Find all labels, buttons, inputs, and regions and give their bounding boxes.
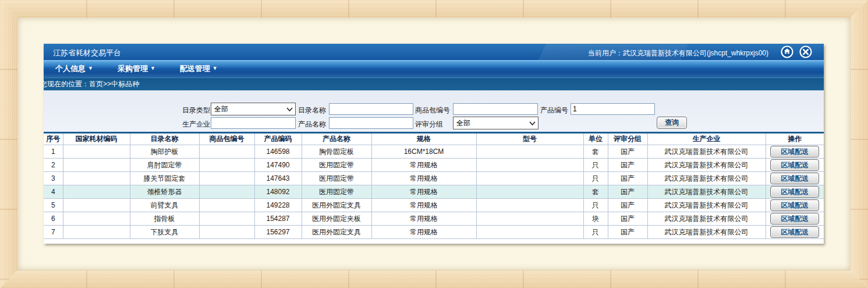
table-cell: 148092	[254, 185, 302, 199]
table-cell: 套	[583, 145, 608, 159]
table-cell: 5	[44, 199, 63, 212]
table-cell: 颈椎矫形器	[130, 185, 199, 199]
region-delivery-button[interactable]: 区域配送	[770, 146, 819, 157]
table-cell: 6	[44, 212, 63, 226]
table-cell: 只	[583, 199, 608, 212]
table-cell	[63, 172, 130, 185]
wood-frame-top	[0, 0, 868, 17]
column-header: 型号	[476, 133, 583, 145]
column-header: 产品编码	[254, 133, 302, 145]
table-cell: 4	[44, 185, 63, 199]
chevron-down-icon	[529, 120, 536, 127]
table-row[interactable]: 6指骨板154287医用外固定夹板常用规格块国产武汉克瑞普新技术有限公司区域配送	[44, 212, 824, 226]
table-cell: 156297	[254, 226, 302, 239]
package-no-input[interactable]	[453, 103, 538, 115]
table-cell	[199, 159, 254, 172]
chevron-down-icon	[286, 106, 293, 113]
table-row[interactable]: 2肩肘固定带147490医用固定带常用规格只国产武汉克瑞普新技术有限公司区域配送	[44, 159, 824, 172]
table-cell: 套	[583, 185, 608, 199]
table-cell: 7	[44, 226, 63, 239]
table-cell: 常用规格	[371, 199, 476, 212]
table-cell: 医用外固定支具	[302, 226, 371, 239]
product-name-input[interactable]	[329, 117, 413, 129]
manufacturer-label: 生产企业	[182, 120, 210, 129]
action-cell: 区域配送	[766, 199, 824, 212]
table-cell: 肩肘固定带	[130, 159, 199, 172]
catalog-name-input[interactable]	[329, 103, 413, 115]
column-header: 操作	[766, 133, 824, 145]
close-icon[interactable]	[799, 45, 812, 58]
table-cell	[63, 212, 130, 226]
table-cell	[199, 226, 254, 239]
table-cell	[199, 185, 254, 199]
table-cell: 医用固定带	[302, 172, 371, 185]
action-cell: 区域配送	[766, 145, 824, 159]
table-cell: 武汉克瑞普新技术有限公司	[647, 199, 766, 212]
review-group-label: 评审分组	[415, 120, 443, 129]
title-bar: 江苏省耗材交易平台 当前用户：武汉克瑞普新技术有限公司(jshcpt_whkrp…	[44, 44, 824, 60]
region-delivery-button[interactable]: 区域配送	[770, 186, 819, 198]
table-cell: 下肢支具	[130, 226, 199, 239]
search-form: 目录类型 全部 目录名称 商品包编号 产品编号 生产企业 产品名称 评审分组 全…	[44, 90, 824, 132]
region-delivery-button[interactable]: 区域配送	[770, 213, 819, 224]
table-row[interactable]: 1胸部护板146598胸骨固定板16CM*18CM套国产武汉克瑞普新技术有限公司…	[44, 145, 824, 159]
table-cell	[476, 159, 583, 172]
table-cell: 块	[583, 212, 608, 226]
catalog-type-select[interactable]: 全部	[211, 103, 296, 115]
region-delivery-button[interactable]: 区域配送	[770, 199, 819, 211]
column-header: 评审分组	[608, 133, 647, 145]
column-header: 国家耗材编码	[63, 133, 130, 145]
nav-item-personal-info[interactable]: 个人信息▼	[55, 64, 93, 74]
table-cell: 常用规格	[371, 185, 476, 199]
table-cell	[199, 212, 254, 226]
nav-item-procurement[interactable]: 采购管理▼	[118, 64, 155, 74]
table-cell	[63, 185, 130, 199]
table-cell: 胸部护板	[130, 145, 199, 159]
column-header: 规格	[371, 133, 476, 145]
product-no-label: 产品编号	[540, 106, 568, 115]
page-title: 江苏省耗材交易平台	[53, 48, 121, 58]
product-no-input[interactable]	[571, 103, 655, 115]
region-delivery-button[interactable]: 区域配送	[770, 226, 819, 238]
table-cell: 国产	[608, 145, 647, 159]
app-window: 江苏省耗材交易平台 当前用户：武汉克瑞普新技术有限公司(jshcpt_whkrp…	[44, 44, 824, 244]
table-cell: 149228	[254, 199, 302, 212]
table-row[interactable]: 7下肢支具156297医用外固定支具常用规格只国产武汉克瑞普新技术有限公司区域配…	[44, 226, 824, 239]
table-cell	[63, 226, 130, 239]
table-cell: 3	[44, 172, 63, 185]
region-delivery-button[interactable]: 区域配送	[770, 173, 819, 184]
table-row[interactable]: 3膝关节固定套147643医用固定带常用规格只国产武汉克瑞普新技术有限公司区域配…	[44, 172, 824, 185]
nav-item-delivery[interactable]: 配送管理▼	[180, 64, 218, 74]
manufacturer-input[interactable]	[211, 117, 296, 129]
table-cell: 国产	[608, 185, 647, 199]
table-cell: 武汉克瑞普新技术有限公司	[647, 212, 766, 226]
table-cell: 常用规格	[371, 159, 476, 172]
table-row[interactable]: 4颈椎矫形器148092医用固定带常用规格套国产武汉克瑞普新技术有限公司区域配送	[44, 185, 824, 199]
home-icon[interactable]	[781, 45, 793, 58]
table-cell: 147643	[254, 172, 302, 185]
table-cell	[199, 145, 254, 159]
table-cell: 武汉克瑞普新技术有限公司	[647, 226, 766, 239]
table-cell: 只	[583, 172, 608, 185]
chevron-down-icon: ▼	[150, 65, 155, 71]
review-group-select[interactable]: 全部	[453, 117, 538, 129]
region-delivery-button[interactable]: 区域配送	[770, 159, 819, 171]
action-cell: 区域配送	[766, 159, 824, 172]
table-cell	[199, 199, 254, 212]
table-cell: 147490	[254, 159, 302, 172]
table-cell	[476, 212, 583, 226]
column-header: 生产企业	[647, 133, 766, 145]
table-cell: 146598	[254, 145, 302, 159]
table-cell: 武汉克瑞普新技术有限公司	[647, 172, 766, 185]
column-header: 目录名称	[130, 133, 199, 145]
table-cell: 国产	[608, 212, 647, 226]
column-header: 产品名称	[302, 133, 371, 145]
wood-frame-right	[851, 0, 868, 288]
query-button[interactable]: 查询	[657, 117, 687, 129]
table-cell: 2	[44, 159, 63, 172]
table-cell: 国产	[608, 226, 647, 239]
table-cell	[63, 145, 130, 159]
table-cell: 医用外固定夹板	[302, 212, 371, 226]
table-row[interactable]: 5前臂支具149228医用外固定支具常用规格只国产武汉克瑞普新技术有限公司区域配…	[44, 199, 824, 212]
table-cell	[63, 199, 130, 212]
